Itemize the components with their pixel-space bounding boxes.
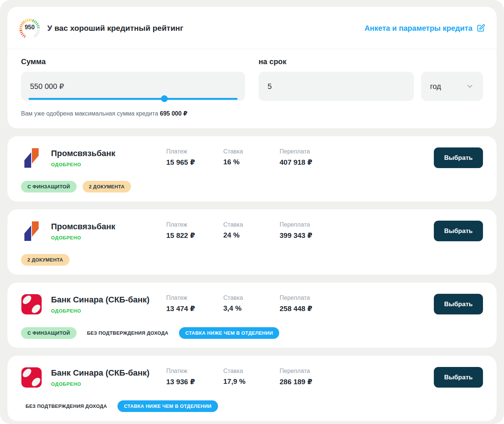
choose-button[interactable]: Выбрать — [434, 294, 483, 314]
sinara-bank-logo — [21, 294, 42, 315]
offer-card: Банк Синара (СКБ-банк) ОДОБРЕНО Платеж 1… — [8, 283, 496, 348]
tag-no-income-proof: БЕЗ ПОДТВЕРЖДЕНИЯ ДОХОДА — [21, 400, 111, 412]
status-badge: ОДОБРЕНО — [51, 381, 149, 387]
term-unit-select[interactable]: год — [421, 72, 483, 101]
credit-score-value: 950 — [18, 24, 41, 31]
rate-value: 16 % — [223, 158, 280, 166]
rate-stat: Ставка 24 % — [223, 221, 280, 239]
term-input[interactable]: 5 — [259, 72, 414, 101]
credit-parameters-card: 950 У вас хороший кредитный рейтинг Анке… — [8, 7, 496, 128]
tag-finprotection: С ФИНЗАЩИТОЙ — [21, 327, 77, 339]
amount-input[interactable]: 550 000 ₽ — [21, 72, 245, 101]
overpay-stat: Переплата 407 918 ₽ — [280, 147, 434, 167]
credit-rating-header: 950 У вас хороший кредитный рейтинг Анке… — [8, 7, 496, 49]
rate-value: 3,4 % — [223, 304, 280, 313]
payment-stat: Платеж 15 965 ₽ — [166, 147, 223, 167]
amount-slider[interactable] — [29, 95, 238, 102]
overpay-label: Переплата — [280, 295, 434, 301]
payment-value: 15 822 ₽ — [166, 231, 223, 240]
payment-value: 15 965 ₽ — [166, 158, 223, 167]
max-amount-hint-text: Вам уже одобрена максимальная сумма кред… — [21, 110, 158, 117]
payment-stat: Платеж 13 474 ₽ — [166, 294, 223, 313]
tag-lower-rate: СТАВКА НИЖЕ ЧЕМ В ОТДЕЛЕНИИ — [117, 400, 218, 412]
choose-button[interactable]: Выбрать — [434, 367, 483, 388]
payment-stat: Платеж 15 822 ₽ — [166, 221, 223, 240]
payment-label: Платеж — [166, 295, 223, 301]
loan-parameters-form: Сумма 550 000 ₽ Вам уже одобрена максима… — [8, 49, 496, 128]
term-value: 5 — [268, 82, 272, 91]
psb-bank-logo — [21, 147, 42, 168]
term-unit-value: год — [430, 82, 441, 91]
psb-bank-logo — [21, 221, 42, 242]
amount-slider-thumb[interactable] — [161, 95, 168, 102]
credit-offers-page: 950 У вас хороший кредитный рейтинг Анке… — [0, 0, 504, 424]
rate-value: 17,9 % — [223, 377, 280, 386]
bank-name: Промсвязьбанк — [51, 222, 115, 232]
payment-value: 13 474 ₽ — [166, 304, 223, 313]
overpay-value: 286 189 ₽ — [280, 377, 434, 386]
edit-icon — [476, 24, 485, 33]
amount-value: 550 000 ₽ — [30, 82, 64, 91]
offer-card: Промсвязьбанк ОДОБРЕНО Платеж 15 822 ₽ С… — [8, 209, 496, 275]
tag-no-income-proof: БЕЗ ПОДТВЕРЖДЕНИЯ ДОХОДА — [83, 327, 173, 339]
payment-value: 13 936 ₽ — [166, 377, 223, 386]
bank-name: Банк Синара (СКБ-банк) — [51, 295, 149, 305]
choose-button[interactable]: Выбрать — [434, 221, 483, 241]
amount-label: Сумма — [21, 57, 245, 66]
tag-finprotection: С ФИНЗАЩИТОЙ — [21, 181, 77, 192]
payment-label: Платеж — [166, 221, 223, 228]
overpay-value: 407 918 ₽ — [280, 158, 434, 167]
bank-name: Промсвязьбанк — [51, 149, 115, 158]
overpay-value: 258 448 ₽ — [280, 304, 434, 313]
overpay-stat: Переплата 286 189 ₽ — [280, 367, 434, 386]
sinara-bank-logo — [21, 367, 42, 388]
offer-card: Банк Синара (СКБ-банк) ОДОБРЕНО Платеж 1… — [8, 356, 496, 421]
rate-stat: Ставка 16 % — [223, 147, 280, 166]
overpay-label: Переплата — [280, 368, 434, 374]
status-badge: ОДОБРЕНО — [51, 308, 149, 314]
max-amount-value: 695 000 ₽ — [160, 110, 187, 117]
payment-stat: Платеж 13 936 ₽ — [166, 367, 223, 386]
overpay-value: 399 343 ₽ — [280, 231, 434, 240]
payment-label: Платеж — [166, 148, 223, 155]
rate-value: 24 % — [223, 231, 280, 239]
tag-lower-rate: СТАВКА НИЖЕ ЧЕМ В ОТДЕЛЕНИИ — [179, 327, 280, 339]
rate-stat: Ставка 3,4 % — [223, 294, 280, 313]
rate-stat: Ставка 17,9 % — [223, 367, 280, 386]
choose-button[interactable]: Выбрать — [434, 147, 483, 168]
tag-documents: 2 ДОКУМЕНТА — [21, 254, 69, 266]
overpay-label: Переплата — [280, 221, 434, 228]
credit-rating-title: У вас хороший кредитный рейтинг — [47, 24, 183, 33]
status-badge: ОДОБРЕНО — [51, 162, 115, 167]
credit-score-gauge-icon: 950 — [18, 17, 41, 40]
offer-card: Промсвязьбанк ОДОБРЕНО Платеж 15 965 ₽ С… — [8, 136, 496, 201]
overpay-stat: Переплата 399 343 ₽ — [280, 221, 434, 240]
chevron-down-icon — [466, 82, 474, 90]
status-badge: ОДОБРЕНО — [51, 235, 115, 241]
rate-label: Ставка — [223, 295, 280, 301]
tag-documents: 2 ДОКУМЕНТА — [83, 181, 131, 192]
rate-label: Ставка — [223, 148, 280, 155]
credit-params-link-label: Анкета и параметры кредита — [364, 24, 472, 33]
max-amount-hint: Вам уже одобрена максимальная сумма кред… — [21, 110, 245, 117]
amount-slider-track[interactable] — [29, 98, 238, 100]
rate-label: Ставка — [223, 368, 280, 374]
payment-label: Платеж — [166, 368, 223, 374]
overpay-label: Переплата — [280, 148, 434, 155]
overpay-stat: Переплата 258 448 ₽ — [280, 294, 434, 313]
bank-name: Банк Синара (СКБ-банк) — [51, 368, 149, 378]
term-label: на срок — [259, 57, 483, 66]
rate-label: Ставка — [223, 221, 280, 228]
credit-params-link[interactable]: Анкета и параметры кредита — [364, 24, 485, 33]
